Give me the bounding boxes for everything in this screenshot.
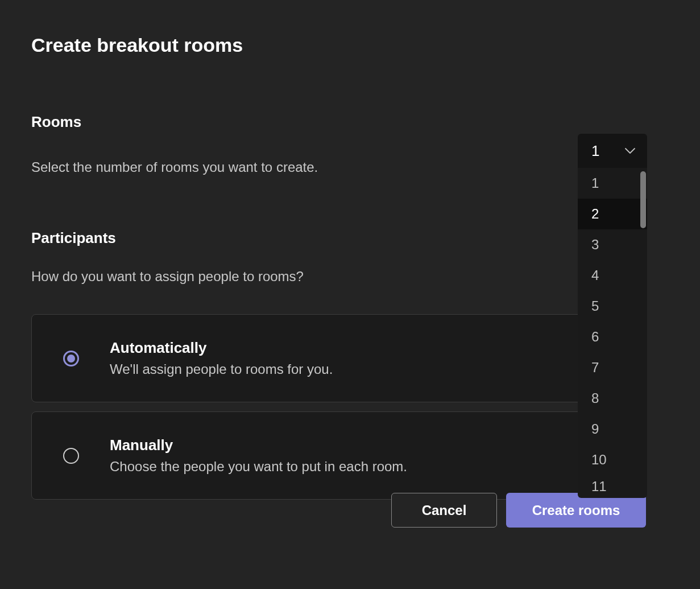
option-subtitle: Choose the people you want to put in eac… [110, 459, 407, 475]
dropdown-option-2[interactable]: 2 [578, 199, 647, 229]
dropdown-option-8[interactable]: 8 [578, 383, 647, 414]
rooms-section: Rooms Select the number of rooms you wan… [31, 113, 669, 175]
dropdown-option-11[interactable]: 11 [578, 475, 647, 498]
option-subtitle: We'll assign people to rooms for you. [110, 361, 333, 377]
dropdown-option-1[interactable]: 1 [578, 168, 647, 199]
rooms-description: Select the number of rooms you want to c… [31, 159, 669, 175]
assign-manually-option[interactable]: Manually Choose the people you want to p… [31, 411, 647, 500]
room-count-select[interactable]: 1 [578, 134, 647, 168]
dropdown-scrollbar[interactable] [640, 171, 646, 228]
dropdown-option-10[interactable]: 10 [578, 444, 647, 475]
room-count-dropdown-list[interactable]: 1 2 3 4 5 6 7 8 9 10 11 [578, 168, 647, 498]
dropdown-option-9[interactable]: 9 [578, 414, 647, 444]
create-rooms-button[interactable]: Create rooms [506, 493, 646, 528]
option-title: Automatically [110, 339, 333, 357]
cancel-button[interactable]: Cancel [391, 493, 497, 528]
dialog-footer: Cancel Create rooms [391, 493, 646, 528]
chevron-down-icon [624, 147, 636, 154]
dropdown-option-3[interactable]: 3 [578, 229, 647, 260]
dropdown-option-7[interactable]: 7 [578, 352, 647, 383]
radio-selected-icon [63, 351, 79, 366]
radio-unselected-icon [63, 448, 79, 464]
dialog-title: Create breakout rooms [31, 34, 669, 56]
dropdown-selected-value: 1 [591, 142, 599, 160]
room-count-dropdown: 1 1 2 3 4 5 6 7 8 9 10 11 [578, 134, 647, 498]
dropdown-option-6[interactable]: 6 [578, 322, 647, 352]
dropdown-option-4[interactable]: 4 [578, 260, 647, 291]
rooms-heading: Rooms [31, 113, 669, 131]
participants-section: Participants How do you want to assign p… [31, 229, 669, 500]
participants-description: How do you want to assign people to room… [31, 269, 669, 285]
dropdown-option-5[interactable]: 5 [578, 291, 647, 322]
participants-heading: Participants [31, 229, 669, 247]
option-title: Manually [110, 436, 407, 454]
assign-automatically-option[interactable]: Automatically We'll assign people to roo… [31, 314, 647, 402]
